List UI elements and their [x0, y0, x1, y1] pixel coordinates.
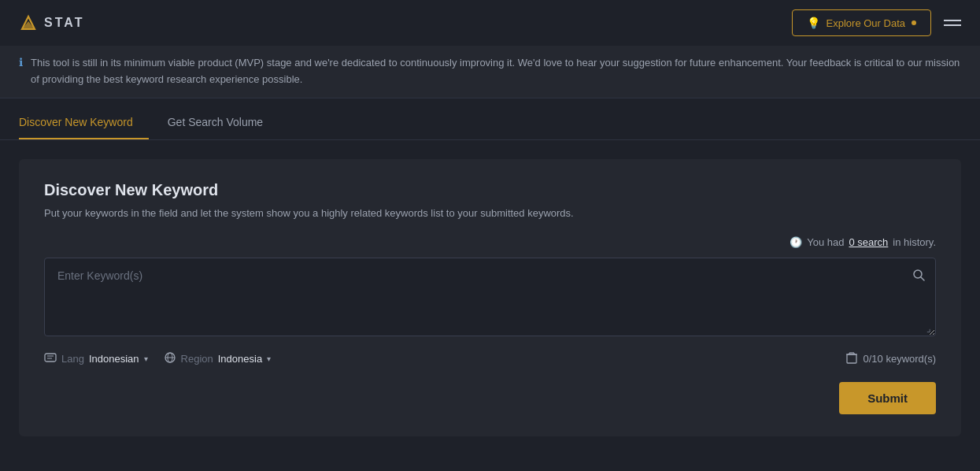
- region-value: Indonesia: [218, 353, 262, 365]
- dot-indicator: [912, 20, 916, 25]
- region-icon: [164, 351, 176, 366]
- bottom-controls-row: Lang Indonesian ▾ Region Indonesia ▾: [44, 351, 936, 366]
- submit-row: Submit: [44, 382, 936, 414]
- main-content: Discover New Keyword Put your keywords i…: [0, 140, 980, 456]
- header: STAT 💡 Explore Our Data: [0, 0, 980, 46]
- history-row: 🕐 You had 0 search in history.: [44, 236, 936, 248]
- keyword-count: 0/10 keyword(s): [864, 353, 936, 365]
- lang-chevron-icon: ▾: [144, 354, 148, 363]
- card-title: Discover New Keyword: [44, 181, 936, 199]
- svg-rect-10: [847, 354, 856, 363]
- logo-text: STAT: [44, 16, 84, 30]
- tab-get-search-volume[interactable]: Get Search Volume: [168, 105, 279, 139]
- header-right: 💡 Explore Our Data: [792, 9, 961, 36]
- lang-selector[interactable]: Lang Indonesian ▾: [44, 351, 148, 366]
- history-prefix: You had: [807, 236, 844, 248]
- explore-btn-label: Explore Our Data: [827, 17, 905, 29]
- region-chevron-icon: ▾: [267, 354, 271, 363]
- logo: STAT: [19, 13, 84, 32]
- clock-icon: 🕐: [790, 236, 802, 248]
- menu-line-2: [944, 24, 961, 26]
- lang-icon: [44, 351, 57, 366]
- logo-icon: [19, 13, 38, 32]
- tab-discover-label: Discover New Keyword: [19, 116, 133, 128]
- tabs-bar: Discover New Keyword Get Search Volume: [0, 105, 980, 140]
- submit-button[interactable]: Submit: [839, 382, 936, 414]
- trash-icon[interactable]: [846, 351, 857, 366]
- keyword-textarea-wrapper: ⌟: [44, 258, 936, 339]
- tab-discover-new-keyword[interactable]: Discover New Keyword: [19, 105, 149, 139]
- history-count-link[interactable]: 0 search: [849, 236, 888, 248]
- history-suffix: in history.: [893, 236, 936, 248]
- lang-label: Lang: [61, 353, 84, 365]
- svg-rect-4: [45, 354, 56, 362]
- tab-volume-label: Get Search Volume: [168, 116, 263, 128]
- info-text: This tool is still in its minimum viable…: [31, 55, 961, 88]
- info-banner: ℹ This tool is still in its minimum viab…: [0, 46, 980, 98]
- explore-data-button[interactable]: 💡 Explore Our Data: [792, 9, 931, 36]
- region-selector[interactable]: Region Indonesia ▾: [164, 351, 272, 366]
- lang-value: Indonesian: [89, 353, 139, 365]
- region-label: Region: [181, 353, 213, 365]
- keyword-input[interactable]: [44, 258, 936, 336]
- menu-button[interactable]: [944, 20, 961, 26]
- discover-keyword-card: Discover New Keyword Put your keywords i…: [19, 159, 961, 437]
- menu-line-1: [944, 20, 961, 21]
- bulb-icon: 💡: [807, 17, 820, 29]
- lang-region-selectors: Lang Indonesian ▾ Region Indonesia ▾: [44, 351, 271, 366]
- card-description: Put your keywords in the field and let t…: [44, 206, 936, 221]
- info-icon: ℹ: [19, 56, 23, 69]
- keyword-count-row: 0/10 keyword(s): [846, 351, 936, 366]
